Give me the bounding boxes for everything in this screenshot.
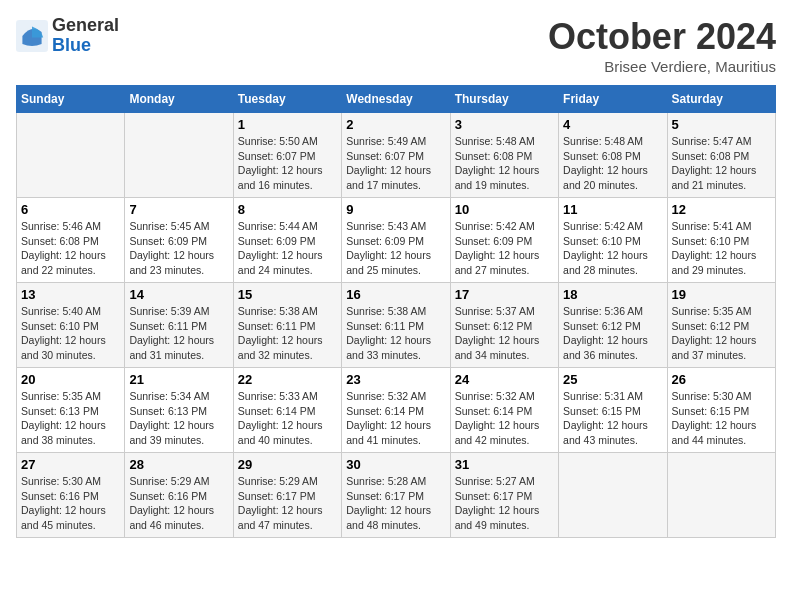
calendar-cell bbox=[125, 113, 233, 198]
day-info: Sunrise: 5:42 AMSunset: 6:09 PMDaylight:… bbox=[455, 219, 554, 278]
calendar-cell: 19Sunrise: 5:35 AMSunset: 6:12 PMDayligh… bbox=[667, 283, 775, 368]
calendar-week-row: 13Sunrise: 5:40 AMSunset: 6:10 PMDayligh… bbox=[17, 283, 776, 368]
calendar-cell bbox=[667, 453, 775, 538]
calendar-cell: 16Sunrise: 5:38 AMSunset: 6:11 PMDayligh… bbox=[342, 283, 450, 368]
day-number: 22 bbox=[238, 372, 337, 387]
calendar-cell: 14Sunrise: 5:39 AMSunset: 6:11 PMDayligh… bbox=[125, 283, 233, 368]
day-info: Sunrise: 5:40 AMSunset: 6:10 PMDaylight:… bbox=[21, 304, 120, 363]
day-info: Sunrise: 5:28 AMSunset: 6:17 PMDaylight:… bbox=[346, 474, 445, 533]
day-number: 31 bbox=[455, 457, 554, 472]
day-info: Sunrise: 5:32 AMSunset: 6:14 PMDaylight:… bbox=[346, 389, 445, 448]
logo-icon bbox=[16, 20, 48, 52]
calendar-cell: 26Sunrise: 5:30 AMSunset: 6:15 PMDayligh… bbox=[667, 368, 775, 453]
day-number: 19 bbox=[672, 287, 771, 302]
calendar-week-row: 6Sunrise: 5:46 AMSunset: 6:08 PMDaylight… bbox=[17, 198, 776, 283]
day-number: 3 bbox=[455, 117, 554, 132]
day-number: 18 bbox=[563, 287, 662, 302]
day-number: 11 bbox=[563, 202, 662, 217]
calendar-cell: 23Sunrise: 5:32 AMSunset: 6:14 PMDayligh… bbox=[342, 368, 450, 453]
calendar-cell: 12Sunrise: 5:41 AMSunset: 6:10 PMDayligh… bbox=[667, 198, 775, 283]
day-info: Sunrise: 5:33 AMSunset: 6:14 PMDaylight:… bbox=[238, 389, 337, 448]
page-header: General Blue October 2024 Brisee Verdier… bbox=[16, 16, 776, 75]
calendar-table: SundayMondayTuesdayWednesdayThursdayFrid… bbox=[16, 85, 776, 538]
calendar-body: 1Sunrise: 5:50 AMSunset: 6:07 PMDaylight… bbox=[17, 113, 776, 538]
day-info: Sunrise: 5:37 AMSunset: 6:12 PMDaylight:… bbox=[455, 304, 554, 363]
calendar-cell: 21Sunrise: 5:34 AMSunset: 6:13 PMDayligh… bbox=[125, 368, 233, 453]
calendar-week-row: 20Sunrise: 5:35 AMSunset: 6:13 PMDayligh… bbox=[17, 368, 776, 453]
day-number: 1 bbox=[238, 117, 337, 132]
day-number: 15 bbox=[238, 287, 337, 302]
calendar-cell: 25Sunrise: 5:31 AMSunset: 6:15 PMDayligh… bbox=[559, 368, 667, 453]
calendar-cell: 8Sunrise: 5:44 AMSunset: 6:09 PMDaylight… bbox=[233, 198, 341, 283]
day-number: 10 bbox=[455, 202, 554, 217]
weekday-header: Saturday bbox=[667, 86, 775, 113]
month-title: October 2024 bbox=[548, 16, 776, 58]
day-number: 20 bbox=[21, 372, 120, 387]
day-number: 14 bbox=[129, 287, 228, 302]
title-block: October 2024 Brisee Verdiere, Mauritius bbox=[548, 16, 776, 75]
day-info: Sunrise: 5:30 AMSunset: 6:15 PMDaylight:… bbox=[672, 389, 771, 448]
weekday-header: Wednesday bbox=[342, 86, 450, 113]
day-info: Sunrise: 5:38 AMSunset: 6:11 PMDaylight:… bbox=[346, 304, 445, 363]
day-info: Sunrise: 5:42 AMSunset: 6:10 PMDaylight:… bbox=[563, 219, 662, 278]
calendar-week-row: 27Sunrise: 5:30 AMSunset: 6:16 PMDayligh… bbox=[17, 453, 776, 538]
day-info: Sunrise: 5:50 AMSunset: 6:07 PMDaylight:… bbox=[238, 134, 337, 193]
day-info: Sunrise: 5:41 AMSunset: 6:10 PMDaylight:… bbox=[672, 219, 771, 278]
day-info: Sunrise: 5:30 AMSunset: 6:16 PMDaylight:… bbox=[21, 474, 120, 533]
day-info: Sunrise: 5:29 AMSunset: 6:17 PMDaylight:… bbox=[238, 474, 337, 533]
calendar-cell: 13Sunrise: 5:40 AMSunset: 6:10 PMDayligh… bbox=[17, 283, 125, 368]
calendar-cell: 31Sunrise: 5:27 AMSunset: 6:17 PMDayligh… bbox=[450, 453, 558, 538]
day-info: Sunrise: 5:36 AMSunset: 6:12 PMDaylight:… bbox=[563, 304, 662, 363]
day-info: Sunrise: 5:38 AMSunset: 6:11 PMDaylight:… bbox=[238, 304, 337, 363]
logo-blue-text: Blue bbox=[52, 36, 119, 56]
day-number: 24 bbox=[455, 372, 554, 387]
day-number: 29 bbox=[238, 457, 337, 472]
day-info: Sunrise: 5:49 AMSunset: 6:07 PMDaylight:… bbox=[346, 134, 445, 193]
calendar-cell: 10Sunrise: 5:42 AMSunset: 6:09 PMDayligh… bbox=[450, 198, 558, 283]
day-info: Sunrise: 5:47 AMSunset: 6:08 PMDaylight:… bbox=[672, 134, 771, 193]
day-number: 25 bbox=[563, 372, 662, 387]
weekday-row: SundayMondayTuesdayWednesdayThursdayFrid… bbox=[17, 86, 776, 113]
day-info: Sunrise: 5:48 AMSunset: 6:08 PMDaylight:… bbox=[563, 134, 662, 193]
weekday-header: Monday bbox=[125, 86, 233, 113]
calendar-week-row: 1Sunrise: 5:50 AMSunset: 6:07 PMDaylight… bbox=[17, 113, 776, 198]
day-number: 12 bbox=[672, 202, 771, 217]
calendar-cell: 20Sunrise: 5:35 AMSunset: 6:13 PMDayligh… bbox=[17, 368, 125, 453]
day-number: 9 bbox=[346, 202, 445, 217]
calendar-cell: 22Sunrise: 5:33 AMSunset: 6:14 PMDayligh… bbox=[233, 368, 341, 453]
day-info: Sunrise: 5:29 AMSunset: 6:16 PMDaylight:… bbox=[129, 474, 228, 533]
calendar-cell: 29Sunrise: 5:29 AMSunset: 6:17 PMDayligh… bbox=[233, 453, 341, 538]
calendar-cell: 7Sunrise: 5:45 AMSunset: 6:09 PMDaylight… bbox=[125, 198, 233, 283]
calendar-cell: 15Sunrise: 5:38 AMSunset: 6:11 PMDayligh… bbox=[233, 283, 341, 368]
day-number: 26 bbox=[672, 372, 771, 387]
day-number: 7 bbox=[129, 202, 228, 217]
logo: General Blue bbox=[16, 16, 119, 56]
weekday-header: Friday bbox=[559, 86, 667, 113]
day-number: 28 bbox=[129, 457, 228, 472]
location: Brisee Verdiere, Mauritius bbox=[548, 58, 776, 75]
day-number: 6 bbox=[21, 202, 120, 217]
day-info: Sunrise: 5:44 AMSunset: 6:09 PMDaylight:… bbox=[238, 219, 337, 278]
calendar-cell: 27Sunrise: 5:30 AMSunset: 6:16 PMDayligh… bbox=[17, 453, 125, 538]
calendar-cell: 18Sunrise: 5:36 AMSunset: 6:12 PMDayligh… bbox=[559, 283, 667, 368]
weekday-header: Thursday bbox=[450, 86, 558, 113]
calendar-cell: 17Sunrise: 5:37 AMSunset: 6:12 PMDayligh… bbox=[450, 283, 558, 368]
calendar-cell: 6Sunrise: 5:46 AMSunset: 6:08 PMDaylight… bbox=[17, 198, 125, 283]
day-number: 16 bbox=[346, 287, 445, 302]
day-number: 17 bbox=[455, 287, 554, 302]
calendar-cell: 30Sunrise: 5:28 AMSunset: 6:17 PMDayligh… bbox=[342, 453, 450, 538]
day-info: Sunrise: 5:31 AMSunset: 6:15 PMDaylight:… bbox=[563, 389, 662, 448]
logo-general-text: General bbox=[52, 16, 119, 36]
day-info: Sunrise: 5:35 AMSunset: 6:12 PMDaylight:… bbox=[672, 304, 771, 363]
day-number: 30 bbox=[346, 457, 445, 472]
day-number: 8 bbox=[238, 202, 337, 217]
calendar-cell bbox=[17, 113, 125, 198]
calendar-cell: 5Sunrise: 5:47 AMSunset: 6:08 PMDaylight… bbox=[667, 113, 775, 198]
calendar-cell: 2Sunrise: 5:49 AMSunset: 6:07 PMDaylight… bbox=[342, 113, 450, 198]
day-number: 4 bbox=[563, 117, 662, 132]
calendar-cell: 4Sunrise: 5:48 AMSunset: 6:08 PMDaylight… bbox=[559, 113, 667, 198]
day-info: Sunrise: 5:48 AMSunset: 6:08 PMDaylight:… bbox=[455, 134, 554, 193]
calendar-header: SundayMondayTuesdayWednesdayThursdayFrid… bbox=[17, 86, 776, 113]
calendar-cell: 9Sunrise: 5:43 AMSunset: 6:09 PMDaylight… bbox=[342, 198, 450, 283]
day-info: Sunrise: 5:46 AMSunset: 6:08 PMDaylight:… bbox=[21, 219, 120, 278]
